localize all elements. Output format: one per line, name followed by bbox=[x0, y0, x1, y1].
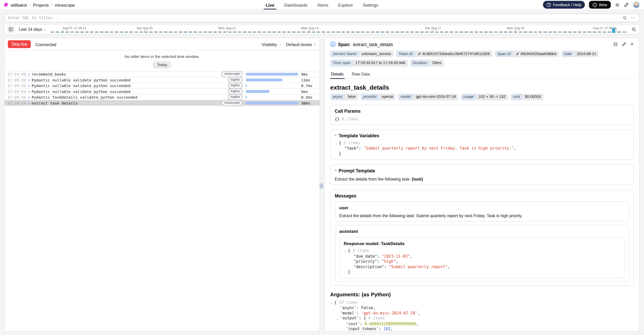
prompt-template-toggle[interactable]: ^ Prompt Template bbox=[335, 168, 629, 173]
timeline-tick-label: Aug 07, 17:26:14 bbox=[63, 26, 86, 30]
meta-badge-duration: Duration29ms bbox=[410, 60, 444, 66]
log-timestamp: 17:29:33 bbox=[7, 78, 26, 82]
log-row[interactable]: 17:29:33◆Pydantic nullable validate_pyth… bbox=[5, 77, 320, 82]
breadcrumb-item-willbakst[interactable]: willbakst bbox=[11, 2, 27, 7]
sql-filter-input[interactable] bbox=[8, 16, 619, 20]
split-view-icon[interactable] bbox=[613, 42, 618, 47]
log-row[interactable]: 17:29:33◆Pydantic nullable validate_pyth… bbox=[5, 88, 320, 94]
badge-label: Date bbox=[561, 50, 574, 57]
beta-label: Beta bbox=[599, 3, 607, 7]
timeline-selection[interactable] bbox=[612, 28, 615, 33]
logfire-logo-icon bbox=[4, 2, 8, 7]
json-line[interactable]: ⌄'output': { 4 items bbox=[330, 316, 634, 321]
span-diamond-icon: ◆ bbox=[26, 101, 32, 105]
json-comma: , bbox=[416, 321, 419, 326]
span-meta-badges: Service Nameunknown_serviceTrace ID#c3b5… bbox=[330, 50, 634, 66]
duration-bar bbox=[246, 84, 247, 87]
json-expand-icon[interactable]: ⌄ bbox=[344, 249, 348, 254]
json-key: 'output' bbox=[340, 316, 359, 320]
share-link-icon[interactable] bbox=[624, 2, 629, 7]
default-levels-label: Default levels bbox=[286, 42, 312, 47]
tab-settings[interactable]: Settings bbox=[363, 0, 378, 9]
json-expand-icon[interactable]: ⌄ bbox=[331, 300, 334, 306]
chain-link-icon[interactable] bbox=[418, 52, 421, 56]
json-line: 'input_tokens': 102, bbox=[330, 327, 634, 331]
message-content: Extract the details from the following t… bbox=[339, 214, 625, 218]
log-tag-column: logfire bbox=[204, 94, 243, 100]
log-row[interactable]: 17:29:33◆Pydantic TaskDetails validate_p… bbox=[5, 94, 320, 100]
tab-explore[interactable]: Explore bbox=[338, 0, 353, 9]
json-comma: , bbox=[373, 306, 375, 310]
badge-value: 102 + 30 -> 132 bbox=[476, 93, 508, 100]
json-line[interactable]: ⌄{ 10 items bbox=[330, 300, 634, 306]
message-role: assistant bbox=[339, 229, 625, 234]
chevron-down-icon: ⌄ bbox=[313, 43, 316, 46]
log-row[interactable]: 17:14:43◆recommend_booksmirascope9ms bbox=[5, 71, 320, 77]
json-value: "2023-11-03" bbox=[382, 254, 410, 259]
json-colon: : bbox=[379, 327, 383, 331]
feedback-help-button[interactable]: ? Feedback / Help bbox=[543, 1, 585, 8]
log-tag-column: logfire bbox=[204, 83, 243, 89]
tab-alerts[interactable]: Alerts bbox=[317, 0, 328, 9]
json-key: 'input_tokens' bbox=[346, 327, 379, 331]
copy-link-icon[interactable] bbox=[622, 42, 626, 47]
search-icon[interactable] bbox=[623, 16, 627, 20]
time-range-dropdown[interactable]: Last 14 days ⌄ bbox=[18, 27, 48, 32]
panel-resize-handle[interactable] bbox=[319, 183, 324, 189]
json-colon: : bbox=[359, 316, 364, 320]
visibility-dropdown[interactable]: Visibility ⌄ bbox=[261, 42, 281, 47]
theme-toggle-icon[interactable] bbox=[615, 2, 620, 7]
span-tab-details[interactable]: Details bbox=[330, 70, 345, 78]
tab-dashboards[interactable]: Dashboards bbox=[284, 0, 308, 9]
default-levels-dropdown[interactable]: Default levels ⌄ bbox=[286, 42, 316, 47]
messages-card: Messages user Extract the details from t… bbox=[330, 190, 634, 286]
tab-live[interactable]: Live bbox=[266, 0, 275, 9]
items-count-note: 0 items bbox=[342, 117, 358, 121]
beta-button[interactable]: i Beta bbox=[589, 1, 611, 8]
json-items-note: 3 items bbox=[350, 248, 369, 253]
chevron-down-icon: ⌄ bbox=[44, 28, 47, 31]
sidebar-toggle-button[interactable] bbox=[7, 26, 14, 33]
chevron-down-icon: ⌄ bbox=[279, 43, 281, 46]
json-expand-icon[interactable]: ⌄ bbox=[335, 141, 339, 146]
json-key: "description" bbox=[354, 264, 384, 269]
timeline[interactable]: Aug 07, 17:26:14Sat, Aug 10Mon, Aug 12We… bbox=[51, 25, 628, 34]
span-kind-label: Span: bbox=[338, 42, 351, 47]
chain-link-icon[interactable] bbox=[516, 52, 519, 56]
badge-value: 17:29:33.917 to 17:29:33.946 bbox=[353, 60, 408, 66]
zoom-in-icon[interactable] bbox=[631, 27, 637, 32]
log-row[interactable]: 17:29:33◆extract_task_detailsmirascope30… bbox=[5, 100, 320, 106]
log-tag-column: logfire bbox=[204, 77, 243, 83]
template-variables-toggle[interactable]: ^ Template Variables bbox=[335, 133, 629, 138]
today-chip[interactable]: Today bbox=[153, 61, 171, 68]
more-options-icon[interactable]: ⋯ bbox=[631, 16, 636, 20]
log-message: recommend_books bbox=[32, 72, 204, 77]
message-role: user bbox=[339, 205, 625, 210]
call-params-card: Call Params {} 0 items bbox=[330, 105, 634, 125]
span-panel-title: extract_task_details bbox=[353, 42, 393, 47]
json-key: 'cost' bbox=[346, 321, 360, 326]
log-row-list: 17:14:43◆recommend_booksmirascope9ms17:2… bbox=[5, 71, 320, 106]
log-scope-tag: logfire bbox=[228, 89, 243, 95]
breadcrumb-item-mirascope[interactable]: mirascope bbox=[55, 2, 75, 7]
span-detail-panel: i Span: extract_task_details ✕ bbox=[324, 38, 639, 331]
json-comma: , bbox=[390, 327, 393, 331]
badge-value: 2024-08-21 bbox=[574, 50, 599, 57]
user-avatar[interactable] bbox=[633, 1, 640, 8]
duration-label: 11ms bbox=[301, 78, 317, 82]
json-items-note: 10 items bbox=[337, 300, 358, 305]
json-line[interactable]: ⌄{ 1 items bbox=[335, 141, 629, 146]
duration-bar-track bbox=[246, 71, 298, 77]
json-items-note: 4 items bbox=[366, 316, 385, 320]
span-tab-raw-data[interactable]: Raw Data bbox=[351, 70, 371, 78]
duration-bar-track bbox=[246, 89, 298, 94]
stop-live-button[interactable]: Stop live bbox=[8, 40, 31, 48]
badge-value: openai bbox=[379, 93, 396, 100]
json-expand-icon[interactable]: ⌄ bbox=[336, 316, 340, 321]
badge-value: 29ms bbox=[430, 60, 444, 66]
span-heading: extract_task_details bbox=[330, 84, 634, 91]
breadcrumb-item-Projects[interactable]: Projects bbox=[33, 2, 49, 7]
json-line[interactable]: ⌄{ 3 items bbox=[344, 248, 620, 254]
log-row[interactable]: 17:29:33◆Pydantic nullable validate_pyth… bbox=[5, 83, 320, 88]
close-icon[interactable]: ✕ bbox=[630, 42, 634, 47]
